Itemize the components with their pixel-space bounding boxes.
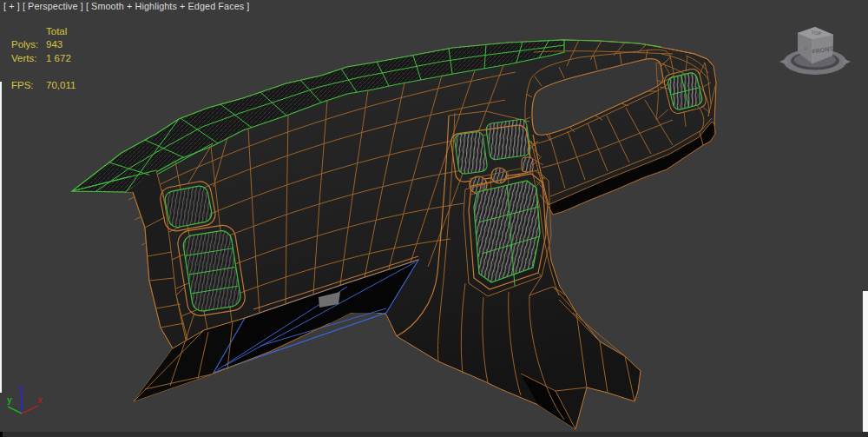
svg-text:x: x bbox=[37, 394, 43, 405]
svg-text:y: y bbox=[7, 394, 12, 405]
svg-text:z: z bbox=[19, 382, 23, 393]
